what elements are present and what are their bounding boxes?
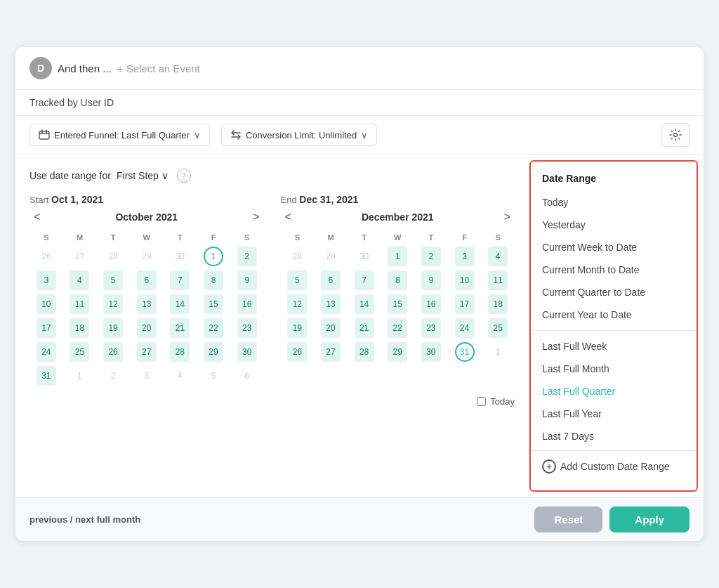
cal-day[interactable]: 29 — [388, 342, 407, 362]
today-checkbox-label[interactable]: Today — [490, 396, 515, 407]
cal-day[interactable]: 1 — [388, 247, 407, 266]
cal-day[interactable]: 27 — [321, 342, 341, 362]
entered-funnel-button[interactable]: Entered Funnel: Last Full Quarter ∨ — [29, 124, 210, 146]
cal-day[interactable]: 14 — [355, 294, 374, 314]
conversion-limit-button[interactable]: Conversion Limit: Unlimited ∨ — [221, 124, 377, 146]
cal-day[interactable]: 29 — [321, 247, 341, 266]
cal-day[interactable]: 30 — [355, 247, 374, 266]
cal-day[interactable]: 6 — [321, 270, 341, 290]
cal-day[interactable]: 19 — [103, 318, 123, 338]
date-range-item[interactable]: Today — [531, 191, 697, 214]
cal-day[interactable]: 25 — [488, 318, 508, 338]
cal-day[interactable]: 31 — [37, 366, 56, 386]
cal-day[interactable]: 20 — [137, 318, 157, 338]
cal-day[interactable]: 23 — [421, 318, 441, 338]
date-range-item[interactable]: Yesterday — [531, 214, 697, 236]
cal-day[interactable]: 23 — [237, 318, 257, 338]
cal-day[interactable]: 6 — [137, 270, 157, 290]
cal-day[interactable]: 5 — [204, 366, 223, 386]
cal-day[interactable]: 8 — [204, 270, 223, 290]
cal-day[interactable]: 1 — [204, 247, 223, 266]
cal-day[interactable]: 17 — [455, 294, 475, 314]
cal-day[interactable]: 31 — [455, 342, 475, 362]
cal-day[interactable]: 11 — [70, 294, 89, 314]
cal-day[interactable]: 9 — [421, 270, 441, 290]
cal-day[interactable]: 20 — [321, 318, 341, 338]
reset-button[interactable]: Reset — [534, 507, 602, 533]
cal-day[interactable]: 25 — [70, 342, 89, 362]
cal-day[interactable]: 13 — [321, 294, 341, 314]
cal-day[interactable]: 4 — [70, 270, 89, 290]
left-prev-button[interactable]: < — [29, 209, 44, 225]
cal-day[interactable]: 16 — [421, 294, 441, 314]
cal-day[interactable]: 7 — [355, 270, 374, 290]
cal-day[interactable]: 17 — [37, 318, 56, 338]
cal-day[interactable]: 12 — [103, 294, 123, 314]
cal-day[interactable]: 5 — [287, 270, 307, 290]
date-range-item[interactable]: Current Year to Date — [531, 303, 697, 326]
date-range-item[interactable]: Last 7 Days — [531, 425, 697, 447]
cal-day[interactable]: 28 — [103, 247, 123, 266]
cal-day[interactable]: 4 — [170, 366, 190, 386]
cal-day[interactable]: 18 — [488, 294, 508, 314]
cal-day[interactable]: 3 — [37, 270, 56, 290]
cal-day[interactable]: 29 — [204, 342, 223, 362]
cal-day[interactable]: 3 — [455, 247, 475, 266]
cal-day[interactable]: 22 — [204, 318, 223, 338]
cal-day[interactable]: 8 — [388, 270, 407, 290]
cal-day[interactable]: 30 — [170, 247, 190, 266]
cal-day[interactable]: 6 — [237, 366, 257, 386]
cal-day[interactable]: 30 — [237, 342, 257, 362]
cal-day[interactable]: 19 — [287, 318, 307, 338]
cal-day[interactable]: 24 — [37, 342, 56, 362]
date-range-item[interactable]: Last Full Week — [531, 335, 697, 358]
left-next-button[interactable]: > — [249, 209, 263, 225]
date-range-item[interactable]: Last Full Quarter — [531, 380, 697, 403]
cal-day[interactable]: 1 — [488, 342, 508, 362]
cal-day[interactable]: 15 — [204, 294, 223, 314]
cal-day[interactable]: 5 — [103, 270, 123, 290]
cal-day[interactable]: 4 — [488, 247, 508, 266]
cal-day[interactable]: 18 — [70, 318, 89, 338]
select-event-link[interactable]: + Select an Event — [117, 63, 200, 74]
cal-day[interactable]: 27 — [70, 247, 89, 266]
cal-day[interactable]: 9 — [237, 270, 257, 290]
cal-day[interactable]: 13 — [137, 294, 157, 314]
cal-day[interactable]: 28 — [287, 247, 307, 266]
cal-day[interactable]: 26 — [37, 247, 56, 266]
cal-day[interactable]: 10 — [37, 294, 56, 314]
today-checkbox[interactable] — [477, 397, 486, 406]
right-prev-button[interactable]: < — [281, 209, 296, 225]
cal-day[interactable]: 2 — [237, 247, 257, 266]
cal-day[interactable]: 28 — [355, 342, 374, 362]
cal-day[interactable]: 21 — [355, 318, 374, 338]
cal-day[interactable]: 29 — [137, 247, 157, 266]
date-range-item[interactable]: Current Quarter to Date — [531, 281, 697, 303]
cal-day[interactable]: 1 — [70, 366, 89, 386]
cal-day[interactable]: 12 — [287, 294, 307, 314]
cal-day[interactable]: 24 — [455, 318, 475, 338]
right-next-button[interactable]: > — [500, 209, 515, 225]
cal-day[interactable]: 10 — [455, 270, 475, 290]
settings-button[interactable] — [661, 123, 690, 147]
date-range-item[interactable]: Last Full Month — [531, 358, 697, 380]
cal-day[interactable]: 15 — [388, 294, 407, 314]
cal-day[interactable]: 3 — [137, 366, 157, 386]
help-icon[interactable]: ? — [177, 169, 191, 183]
cal-day[interactable]: 11 — [488, 270, 508, 290]
cal-day[interactable]: 7 — [170, 270, 190, 290]
add-custom-date-range[interactable]: + Add Custom Date Range — [531, 454, 697, 479]
date-range-item[interactable]: Current Month to Date — [531, 259, 697, 281]
cal-day[interactable]: 14 — [170, 294, 190, 314]
cal-day[interactable]: 16 — [237, 294, 257, 314]
cal-day[interactable]: 21 — [170, 318, 190, 338]
apply-button[interactable]: Apply — [609, 507, 690, 533]
cal-day[interactable]: 30 — [421, 342, 441, 362]
previous-link[interactable]: previous — [29, 514, 67, 525]
cal-day[interactable]: 26 — [287, 342, 307, 362]
date-range-item[interactable]: Current Week to Date — [531, 236, 697, 259]
next-link[interactable]: next — [75, 514, 94, 525]
cal-day[interactable]: 2 — [421, 247, 441, 266]
date-range-item[interactable]: Last Full Year — [531, 403, 697, 425]
cal-day[interactable]: 2 — [103, 366, 123, 386]
